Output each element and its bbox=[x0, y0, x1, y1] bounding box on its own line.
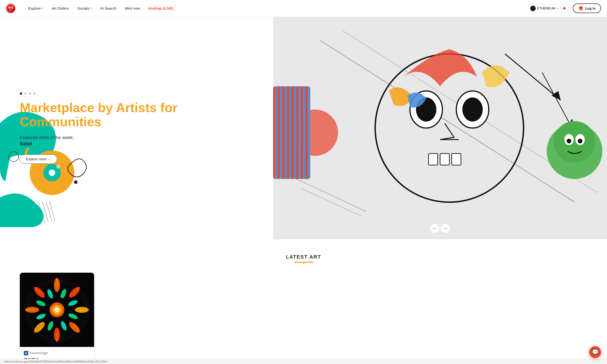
hero-section: Marketplace by Artists for Communities F… bbox=[0, 17, 607, 239]
hero-right-panel: ← → bbox=[273, 17, 607, 239]
hero-prev-button[interactable]: ← bbox=[430, 223, 440, 233]
svg-point-25 bbox=[578, 139, 582, 143]
nav-ai-search[interactable]: AI Search bbox=[97, 4, 120, 12]
svg-point-0 bbox=[7, 5, 14, 12]
hero-dot-1[interactable] bbox=[20, 92, 22, 95]
hero-featured-artist: Sabet bbox=[20, 141, 261, 146]
art-card[interactable]: KnownOrigin 5979 by 0x3405...f015 bbox=[20, 273, 94, 364]
hero-carousel-dots bbox=[20, 92, 261, 95]
nav-right: ETHEREUM ▾ 🎁 Log in bbox=[527, 3, 601, 13]
platform-icon bbox=[24, 351, 28, 355]
eth-dot-active bbox=[563, 7, 566, 10]
svg-point-24 bbox=[567, 139, 571, 143]
nav-art-orders[interactable]: Art Orders bbox=[48, 4, 72, 12]
explore-more-button[interactable]: Explore more → bbox=[20, 154, 57, 164]
eth-status-dots bbox=[560, 7, 566, 10]
hero-next-button[interactable]: → bbox=[441, 223, 450, 233]
hero-featured-prefix: Featured artist of the week: bbox=[20, 135, 261, 140]
logo[interactable] bbox=[6, 4, 17, 13]
svg-point-3 bbox=[9, 7, 10, 8]
chat-bubble-button[interactable]: 💬 bbox=[589, 346, 601, 358]
art-card-platform: KnownOrigin bbox=[24, 351, 90, 355]
hero-dot-4[interactable] bbox=[33, 92, 36, 95]
hero-dot-3[interactable] bbox=[29, 92, 31, 95]
latest-art-section: LATEST ART bbox=[0, 239, 607, 364]
eth-dot-empty bbox=[560, 7, 562, 10]
svg-point-4 bbox=[11, 7, 12, 8]
section-header: LATEST ART bbox=[20, 254, 587, 263]
svg-rect-15 bbox=[452, 153, 461, 165]
svg-point-12 bbox=[462, 97, 483, 121]
hero-art-svg bbox=[273, 17, 607, 239]
platform-name: KnownOrigin bbox=[30, 351, 48, 355]
nav-links: Explore ▾ Art Orders Socials ▾ AI Search… bbox=[25, 4, 527, 12]
hero-dot-2[interactable] bbox=[24, 92, 27, 95]
neon-mandala-svg bbox=[20, 273, 94, 347]
section-title: LATEST ART bbox=[20, 254, 587, 260]
svg-point-21 bbox=[554, 121, 596, 163]
chevron-down-icon: ▾ bbox=[42, 7, 43, 10]
url-bar: https://endemic.app/nft/0xabb3738f04dc2e… bbox=[0, 359, 607, 364]
login-button[interactable]: 🎁 Log in bbox=[573, 3, 601, 13]
ethereum-label: ETHEREUM bbox=[537, 6, 555, 10]
svg-rect-14 bbox=[440, 153, 449, 165]
nav-airdrop[interactable]: Airdrop (LIVE) bbox=[145, 4, 177, 12]
nav-mint-now[interactable]: Mint now bbox=[121, 4, 143, 12]
logo-icon bbox=[6, 4, 15, 13]
section-underline bbox=[294, 262, 314, 263]
svg-rect-29 bbox=[273, 86, 310, 179]
hero-nav-arrows: ← → bbox=[430, 223, 450, 233]
navigation: Explore ▾ Art Orders Socials ▾ AI Search… bbox=[0, 0, 607, 17]
hero-artwork bbox=[273, 17, 607, 239]
gift-icon: 🎁 bbox=[578, 6, 583, 11]
chevron-down-icon-socials: ▾ bbox=[90, 7, 92, 10]
art-card-image bbox=[20, 273, 94, 347]
chevron-down-icon-eth: ▾ bbox=[557, 7, 558, 10]
art-grid: KnownOrigin 5979 by 0x3405...f015 bbox=[20, 273, 587, 364]
eth-avatar bbox=[530, 6, 536, 11]
main-content: Marketplace by Artists for Communities F… bbox=[0, 17, 607, 364]
nav-socials[interactable]: Socials ▾ bbox=[74, 4, 95, 12]
hero-title: Marketplace by Artists for Communities bbox=[20, 101, 261, 129]
nav-explore[interactable]: Explore ▾ bbox=[25, 4, 47, 12]
hero-left-panel: Marketplace by Artists for Communities F… bbox=[0, 17, 273, 239]
svg-rect-13 bbox=[428, 153, 438, 165]
ethereum-selector[interactable]: ETHEREUM ▾ bbox=[527, 4, 569, 13]
